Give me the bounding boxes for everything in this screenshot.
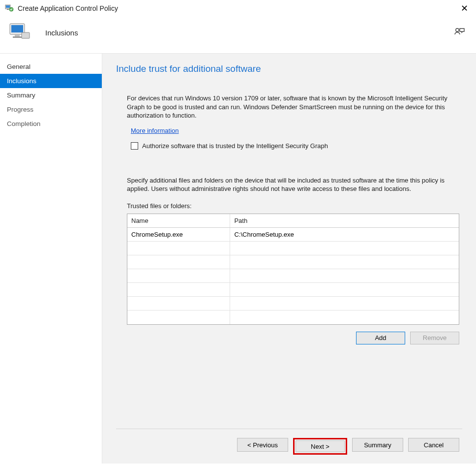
cell-path: C:\ChromeSetup.exe — [230, 228, 459, 242]
summary-button[interactable]: Summary — [352, 438, 403, 452]
svg-rect-1 — [6, 5, 10, 8]
table-row[interactable] — [127, 269, 459, 283]
cell-name: ChromeSetup.exe — [127, 228, 230, 242]
authorize-isg-checkbox-row[interactable]: Authorize software that is trusted by th… — [131, 142, 462, 150]
next-highlight: Next > — [293, 438, 347, 455]
table-row[interactable]: ChromeSetup.exe C:\ChromeSetup.exe — [127, 228, 459, 242]
svg-rect-5 — [11, 25, 23, 32]
sidebar: General Inclusions Summary Progress Comp… — [0, 54, 102, 464]
svg-point-9 — [456, 29, 459, 31]
app-icon — [5, 4, 14, 13]
svg-rect-2 — [7, 9, 9, 10]
header: Inclusions — [0, 16, 476, 54]
more-information-link[interactable]: More information — [131, 127, 462, 134]
feedback-icon[interactable] — [453, 27, 465, 38]
monitor-icon — [8, 21, 31, 44]
table-row[interactable] — [127, 242, 459, 255]
window-title: Create Application Control Policy — [18, 4, 118, 12]
remove-button: Remove — [410, 332, 459, 344]
page-title: Inclusions — [45, 29, 78, 37]
close-icon[interactable]: ✕ — [458, 3, 471, 14]
previous-button[interactable]: < Previous — [237, 438, 288, 452]
table-row[interactable] — [127, 283, 459, 297]
svg-rect-8 — [22, 32, 30, 38]
trusted-files-table[interactable]: Name Path ChromeSetup.exe C:\ChromeSetup… — [127, 214, 459, 325]
main-heading: Include trust for additional software — [116, 63, 462, 74]
add-button[interactable]: Add — [356, 332, 405, 344]
trusted-files-label: Trusted files or folders: — [127, 202, 462, 210]
col-path[interactable]: Path — [230, 214, 459, 228]
sidebar-item-inclusions[interactable]: Inclusions — [0, 74, 102, 88]
sidebar-item-summary[interactable]: Summary — [0, 88, 102, 102]
table-row[interactable] — [127, 255, 459, 269]
svg-rect-6 — [15, 34, 20, 36]
table-row[interactable] — [127, 297, 459, 310]
authorize-isg-label: Authorize software that is trusted by th… — [142, 142, 328, 150]
sidebar-item-completion[interactable]: Completion — [0, 117, 102, 131]
checkbox-icon[interactable] — [131, 142, 138, 150]
sidebar-item-progress[interactable]: Progress — [0, 102, 102, 117]
col-name[interactable]: Name — [127, 214, 230, 228]
sidebar-item-general[interactable]: General — [0, 60, 102, 74]
next-button[interactable]: Next > — [296, 440, 345, 452]
cancel-button[interactable]: Cancel — [408, 438, 459, 452]
main-panel: Include trust for additional software Fo… — [102, 54, 476, 464]
svg-rect-7 — [13, 36, 22, 38]
table-row[interactable] — [127, 310, 459, 324]
titlebar: Create Application Control Policy ✕ — [0, 0, 476, 16]
description-files: Specify additional files and folders on … — [127, 176, 459, 193]
wizard-footer: < Previous Next > Summary Cancel — [116, 429, 462, 464]
description-isg: For devices that run Windows 10 version … — [127, 94, 459, 120]
